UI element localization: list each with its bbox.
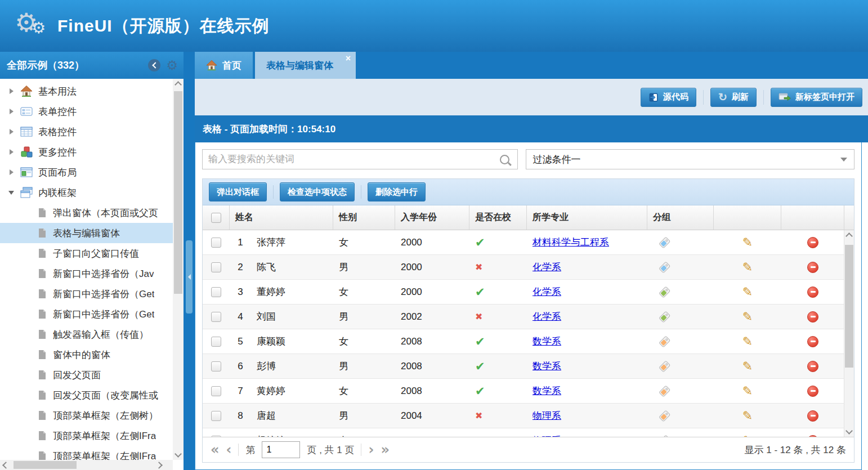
header-checkbox-cell[interactable] — [203, 205, 230, 230]
major-link[interactable]: 化学系 — [533, 261, 561, 274]
grid-action-button-2[interactable]: 删除选中行 — [368, 182, 426, 202]
grid-action-button-0[interactable]: 弹出对话框 — [209, 182, 267, 202]
delete-row-icon[interactable] — [807, 287, 818, 298]
row-checkbox[interactable] — [211, 262, 221, 272]
filter-dropdown[interactable]: 过滤条件一 — [526, 149, 855, 169]
scrollbar-thumb[interactable] — [14, 461, 77, 469]
edit-pencil-icon[interactable]: ✎ — [742, 260, 753, 275]
toolbar-button-1[interactable]: ↻刷新 — [710, 88, 757, 107]
sidebar-item[interactable]: 回发父页面 — [0, 365, 173, 385]
header-year[interactable]: 入学年份 — [395, 205, 469, 230]
grid-action-button-1[interactable]: 检查选中项状态 — [280, 182, 355, 202]
sidebar-item[interactable]: 表格控件 — [0, 122, 173, 142]
major-link[interactable]: 材料科学与工程系 — [533, 236, 609, 249]
major-link[interactable]: 数学系 — [533, 335, 561, 348]
tab-home[interactable]: 首页 — [195, 52, 253, 79]
table-row[interactable]: 7黄婷婷女2008✔数学系✎ — [203, 379, 844, 404]
edit-pencil-icon[interactable]: ✎ — [742, 384, 753, 399]
grid-vertical-scrollbar[interactable] — [844, 230, 854, 437]
edit-pencil-icon[interactable]: ✎ — [742, 285, 753, 299]
table-row[interactable]: 1张萍萍女2000✔材料科学与工程系✎ — [203, 230, 844, 255]
tree-expand-icon[interactable] — [8, 129, 15, 135]
row-checkbox[interactable] — [211, 361, 221, 371]
table-row[interactable]: 5康颖颖女2008✔数学系✎ — [203, 329, 844, 354]
major-link[interactable]: 化学系 — [533, 310, 561, 323]
page-number-input[interactable] — [262, 441, 300, 458]
select-all-checkbox[interactable] — [211, 213, 221, 223]
delete-row-icon[interactable] — [807, 410, 818, 422]
sidebar-item[interactable]: 新窗口中选择省份（Get — [0, 284, 173, 304]
delete-row-icon[interactable] — [807, 435, 818, 437]
major-link[interactable]: 数学系 — [533, 384, 561, 397]
scrollbar-thumb[interactable] — [845, 245, 853, 368]
sidebar-item[interactable]: 新窗口中选择省份（Get — [0, 304, 173, 324]
sidebar-item[interactable]: 触发器输入框（传值） — [0, 324, 173, 344]
sidebar-item[interactable]: 弹出窗体（本页面或父页 — [0, 203, 173, 223]
header-delete[interactable] — [781, 205, 844, 230]
major-link[interactable]: 物理系 — [533, 409, 561, 422]
delete-row-icon[interactable] — [807, 361, 818, 372]
table-row[interactable]: 9杨婷婷女2004✔物理系✎ — [203, 428, 844, 437]
row-checkbox[interactable] — [211, 411, 221, 421]
edit-pencil-icon[interactable]: ✎ — [742, 310, 753, 324]
major-link[interactable]: 化学系 — [533, 285, 561, 298]
sidebar-item[interactable]: 表单控件 — [0, 101, 173, 122]
delete-row-icon[interactable] — [807, 311, 818, 323]
gear-icon[interactable]: ⚙ — [166, 59, 178, 72]
major-link[interactable]: 物理系 — [533, 434, 561, 437]
sidebar-item-selected[interactable]: 表格与编辑窗体 — [0, 223, 173, 243]
delete-row-icon[interactable] — [807, 336, 818, 347]
header-gender[interactable]: 性别 — [333, 205, 395, 230]
scrollbar-thumb[interactable] — [174, 91, 182, 294]
row-checkbox[interactable] — [211, 436, 221, 437]
sidebar-item[interactable]: 顶部菜单框架（左侧IFra — [0, 446, 173, 460]
row-checkbox[interactable] — [211, 386, 221, 396]
header-major[interactable]: 所学专业 — [527, 205, 647, 230]
tree-expand-icon[interactable] — [8, 169, 15, 175]
scroll-down-icon[interactable] — [173, 450, 184, 460]
last-page-button[interactable]: » — [381, 443, 390, 456]
sidebar-item[interactable]: 顶部菜单框架（左侧树） — [0, 405, 173, 426]
table-row[interactable]: 8唐超男2004✖物理系✎ — [203, 404, 844, 428]
edit-pencil-icon[interactable]: ✎ — [742, 334, 753, 349]
row-checkbox[interactable] — [211, 337, 221, 347]
delete-row-icon[interactable] — [807, 262, 818, 273]
edit-pencil-icon[interactable]: ✎ — [742, 409, 753, 423]
scroll-down-icon[interactable] — [844, 427, 854, 437]
delete-row-icon[interactable] — [807, 237, 818, 248]
sidebar-horizontal-scrollbar[interactable] — [0, 460, 173, 470]
sidebar-item[interactable]: 子窗口向父窗口传值 — [0, 243, 173, 263]
sidebar-item[interactable]: 基本用法 — [0, 81, 173, 101]
tree-expand-icon[interactable] — [8, 88, 15, 94]
sidebar-item[interactable]: 更多控件 — [0, 142, 173, 162]
close-tab-icon[interactable]: × — [346, 54, 351, 63]
tree-expand-icon[interactable] — [8, 149, 15, 155]
header-edit[interactable] — [714, 205, 781, 230]
scroll-right-icon[interactable] — [155, 460, 165, 470]
search-icon[interactable] — [500, 155, 509, 164]
splitter-collapse-handle[interactable] — [186, 240, 193, 314]
prev-page-button[interactable]: ‹ — [226, 443, 232, 456]
table-row[interactable]: 4刘国男2002✖化学系✎ — [203, 305, 844, 329]
major-link[interactable]: 数学系 — [533, 360, 561, 373]
sidebar-item[interactable]: 窗体中的窗体 — [0, 344, 173, 365]
sidebar-item[interactable]: 内联框架 — [0, 182, 173, 203]
tree-expand-icon[interactable] — [8, 109, 15, 114]
header-in-school[interactable]: 是否在校 — [469, 205, 527, 230]
next-page-button[interactable]: › — [368, 443, 374, 456]
scroll-up-icon[interactable] — [844, 230, 854, 240]
table-row[interactable]: 3董婷婷女2000✔化学系✎ — [203, 280, 844, 305]
scroll-left-icon[interactable] — [0, 460, 10, 470]
tab-active[interactable]: 表格与编辑窗体× — [255, 52, 356, 79]
sidebar-item[interactable]: 回发父页面（改变属性或 — [0, 385, 173, 405]
row-checkbox[interactable] — [211, 287, 221, 297]
scroll-up-icon[interactable] — [173, 79, 184, 89]
table-row[interactable]: 2陈飞男2000✖化学系✎ — [203, 255, 844, 280]
row-checkbox[interactable] — [211, 238, 221, 248]
sidebar-splitter[interactable] — [184, 52, 195, 470]
header-group[interactable]: 分组 — [647, 205, 714, 230]
sidebar-item[interactable]: 新窗口中选择省份（Jav — [0, 263, 173, 284]
edit-pencil-icon[interactable]: ✎ — [742, 235, 753, 250]
sidebar-item[interactable]: 页面布局 — [0, 162, 173, 182]
row-checkbox[interactable] — [211, 312, 221, 322]
